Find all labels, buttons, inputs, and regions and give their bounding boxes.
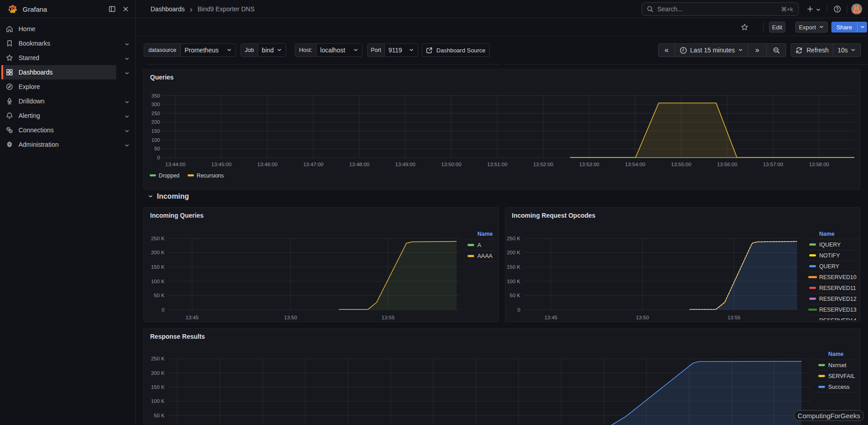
svg-text:Nxrrset: Nxrrset <box>828 362 847 369</box>
svg-text:Name: Name <box>477 231 493 237</box>
svg-text:Recursions: Recursions <box>197 173 224 179</box>
svg-text:NOTIFY: NOTIFY <box>819 252 840 259</box>
svg-text:13:50: 13:50 <box>284 315 297 320</box>
svg-text:0: 0 <box>518 307 520 313</box>
svg-text:AAAA: AAAA <box>477 253 493 259</box>
svg-text:13:45: 13:45 <box>544 315 557 320</box>
svg-text:150: 150 <box>151 128 160 134</box>
svg-text:13:57:00: 13:57:00 <box>763 162 783 167</box>
svg-text:RESERVED11: RESERVED11 <box>819 285 856 291</box>
svg-text:150 K: 150 K <box>507 264 520 270</box>
svg-text:13:48:00: 13:48:00 <box>349 162 369 167</box>
svg-text:13:50: 13:50 <box>636 315 649 320</box>
svg-text:250 K: 250 K <box>151 236 165 241</box>
svg-text:13:45:00: 13:45:00 <box>211 162 231 167</box>
svg-text:13:44:00: 13:44:00 <box>165 162 186 167</box>
svg-text:RESERVED13: RESERVED13 <box>819 307 856 313</box>
svg-text:Dropped: Dropped <box>159 173 179 179</box>
svg-text:150 K: 150 K <box>151 384 165 390</box>
svg-text:Success: Success <box>828 384 849 390</box>
svg-text:100 K: 100 K <box>151 398 165 404</box>
svg-text:13:55:00: 13:55:00 <box>671 162 691 167</box>
svg-text:13:51:00: 13:51:00 <box>487 162 508 167</box>
svg-text:50 K: 50 K <box>154 413 165 418</box>
svg-text:13:47:00: 13:47:00 <box>303 162 324 167</box>
svg-text:RESERVED12: RESERVED12 <box>819 296 856 302</box>
svg-text:13:50:00: 13:50:00 <box>441 162 462 167</box>
svg-text:13:55: 13:55 <box>727 315 741 320</box>
svg-text:350: 350 <box>151 93 160 98</box>
svg-text:200 K: 200 K <box>151 370 165 376</box>
svg-text:13:55: 13:55 <box>382 315 395 320</box>
svg-text:200 K: 200 K <box>151 250 165 255</box>
svg-text:250 K: 250 K <box>151 356 165 361</box>
svg-text:50 K: 50 K <box>154 293 165 298</box>
svg-text:150 K: 150 K <box>151 264 165 270</box>
svg-text:A: A <box>477 242 481 248</box>
svg-text:13:45: 13:45 <box>186 315 199 320</box>
svg-text:100 K: 100 K <box>151 279 165 284</box>
svg-text:Name: Name <box>828 351 844 357</box>
svg-text:Name: Name <box>819 231 835 237</box>
svg-text:50: 50 <box>154 146 160 151</box>
svg-text:100: 100 <box>151 137 160 143</box>
svg-text:13:53:00: 13:53:00 <box>579 162 599 167</box>
svg-text:0: 0 <box>157 155 160 160</box>
svg-text:300: 300 <box>151 102 160 107</box>
svg-text:RESERVED10: RESERVED10 <box>819 274 856 280</box>
svg-text:13:49:00: 13:49:00 <box>395 162 415 167</box>
svg-text:50 K: 50 K <box>509 293 520 298</box>
svg-text:13:52:00: 13:52:00 <box>533 162 553 167</box>
svg-text:100 K: 100 K <box>507 279 520 284</box>
svg-text:13:46:00: 13:46:00 <box>257 162 278 167</box>
svg-text:250: 250 <box>151 111 160 116</box>
svg-text:13:56:00: 13:56:00 <box>717 162 737 167</box>
svg-text:IQUERY: IQUERY <box>819 242 841 248</box>
svg-text:250 K: 250 K <box>507 236 520 241</box>
svg-text:0: 0 <box>162 307 165 313</box>
svg-text:QUERY: QUERY <box>819 263 840 270</box>
svg-text:200: 200 <box>151 119 160 125</box>
svg-text:13:58:00: 13:58:00 <box>809 162 829 167</box>
svg-text:SERVFAIL: SERVFAIL <box>828 373 855 379</box>
svg-text:RESERVED14: RESERVED14 <box>819 318 856 322</box>
svg-text:13:54:00: 13:54:00 <box>625 162 646 167</box>
svg-text:200 K: 200 K <box>507 250 520 255</box>
